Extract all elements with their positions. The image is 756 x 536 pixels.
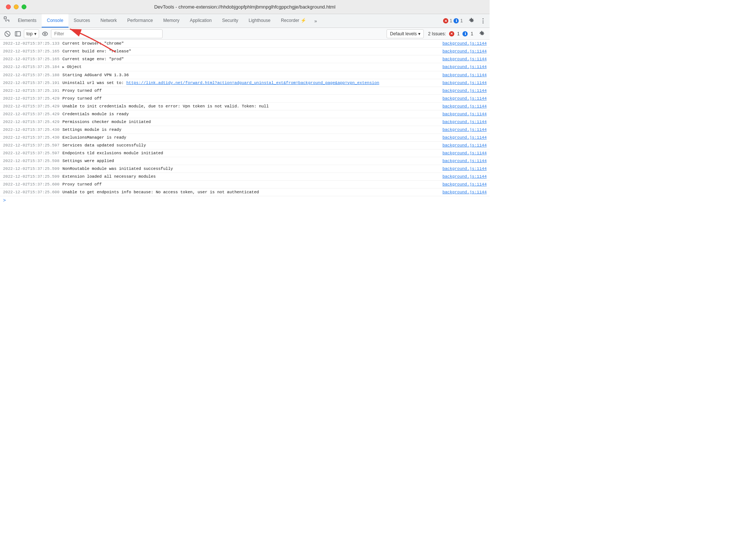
- log-timestamp: 2022-12-02T15:37:25.429: [3, 96, 60, 101]
- log-message: Extension loaded all necessary modules: [63, 174, 436, 180]
- log-message: Current build env: "release": [63, 48, 436, 54]
- tab-sources[interactable]: Sources: [68, 14, 95, 28]
- log-row: 2022-12-02T15:37:25.598Settings were app…: [0, 157, 490, 165]
- log-row: 2022-12-02T15:37:25.597Services data upd…: [0, 142, 490, 149]
- log-message: Unable to get endpoints info because: No…: [63, 189, 436, 195]
- svg-line-2: [6, 32, 9, 35]
- log-row: 2022-12-02T15:37:25.429Unable to init cr…: [0, 103, 490, 110]
- log-timestamp: 2022-12-02T15:37:25.599: [3, 174, 60, 180]
- clear-console-button[interactable]: [3, 29, 12, 38]
- issues-error-icon: ✕: [449, 31, 454, 36]
- log-row: 2022-12-02T15:37:25.429Proxy turned offb…: [0, 95, 490, 103]
- dropdown-arrow-icon: ▾: [34, 31, 36, 36]
- settings-button[interactable]: [467, 16, 477, 26]
- log-timestamp: 2022-12-02T15:37:25.191: [3, 88, 60, 94]
- error-badge[interactable]: ✕ 1 ℹ 1: [440, 18, 466, 23]
- minimize-button[interactable]: [14, 4, 19, 9]
- issues-settings-button[interactable]: [478, 29, 487, 38]
- maximize-button[interactable]: [22, 4, 26, 9]
- log-source[interactable]: background.js:1144: [442, 88, 487, 94]
- log-row: 2022-12-02T15:37:25.599Extension loaded …: [0, 173, 490, 181]
- log-source[interactable]: background.js:1144: [442, 56, 487, 62]
- log-timestamp: 2022-12-02T15:37:25.599: [3, 166, 60, 172]
- svg-point-5: [44, 33, 46, 35]
- log-message: Proxy turned off: [63, 96, 436, 101]
- log-timestamp: 2022-12-02T15:37:25.165: [3, 48, 60, 54]
- tab-recorder[interactable]: Recorder ⚡: [276, 14, 311, 28]
- log-timestamp: 2022-12-02T15:37:25.165: [3, 56, 60, 62]
- log-source[interactable]: background.js:1144: [442, 189, 487, 195]
- tab-bar: Elements Console Sources Network Perform…: [0, 14, 490, 28]
- console-output: 2022-12-02T15:37:25.133Current browser: …: [0, 40, 490, 342]
- tab-elements[interactable]: Elements: [13, 14, 42, 28]
- log-row: 2022-12-02T15:37:25.188Starting AdGuard …: [0, 71, 490, 79]
- console-prompt-icon[interactable]: >: [3, 198, 6, 203]
- log-source[interactable]: background.js:1144: [442, 80, 487, 86]
- log-message: Proxy turned off: [63, 88, 436, 94]
- log-message: ▶ Object: [63, 64, 436, 70]
- log-message: Starting AdGuard VPN 1.3.36: [63, 72, 436, 78]
- log-source[interactable]: background.js:1144: [442, 127, 487, 133]
- log-source[interactable]: background.js:1144: [442, 150, 487, 156]
- log-timestamp: 2022-12-02T15:37:25.430: [3, 135, 60, 141]
- log-timestamp: 2022-12-02T15:37:25.184: [3, 64, 60, 70]
- issues-badge[interactable]: 2 Issues: ✕ 1 ℹ 1: [425, 30, 476, 37]
- issues-warning-icon: ℹ: [462, 31, 468, 36]
- log-message: Settings were applied: [63, 158, 436, 164]
- log-timestamp: 2022-12-02T15:37:25.430: [3, 127, 60, 133]
- log-source[interactable]: background.js:1144: [442, 41, 487, 46]
- tab-security[interactable]: Security: [217, 14, 243, 28]
- tab-lighthouse[interactable]: Lighthouse: [243, 14, 276, 28]
- log-message: Settings module is ready: [63, 127, 436, 133]
- inspect-icon[interactable]: [1, 14, 12, 25]
- more-options-button[interactable]: ⋮: [478, 16, 488, 26]
- context-dropdown[interactable]: top ▾: [24, 29, 39, 38]
- log-timestamp: 2022-12-02T15:37:25.429: [3, 119, 60, 125]
- tab-network[interactable]: Network: [95, 14, 122, 28]
- log-row: 2022-12-02T15:37:25.165Current stage env…: [0, 55, 490, 63]
- log-source[interactable]: background.js:1144: [442, 111, 487, 117]
- log-source[interactable]: background.js:1144: [442, 103, 487, 109]
- tab-application[interactable]: Application: [185, 14, 217, 28]
- log-row: 2022-12-02T15:37:25.599NonRoutable modul…: [0, 165, 490, 173]
- log-source[interactable]: background.js:1144: [442, 158, 487, 164]
- tab-memory[interactable]: Memory: [158, 14, 185, 28]
- log-row: 2022-12-02T15:37:25.184▶ Objectbackgroun…: [0, 63, 490, 71]
- devtools-window: DevTools - chrome-extension://hhdobjgopf…: [0, 0, 490, 342]
- log-source[interactable]: background.js:1144: [442, 181, 487, 187]
- log-source[interactable]: background.js:1144: [442, 142, 487, 148]
- log-source[interactable]: background.js:1144: [442, 174, 487, 180]
- log-row: 2022-12-02T15:37:25.430ExclusionsManager…: [0, 134, 490, 142]
- log-timestamp: 2022-12-02T15:37:25.597: [3, 150, 60, 156]
- tab-console[interactable]: Console: [42, 14, 68, 28]
- more-tabs-button[interactable]: »: [311, 14, 320, 28]
- log-row: 2022-12-02T15:37:25.430Settings module i…: [0, 126, 490, 134]
- log-source[interactable]: background.js:1144: [442, 96, 487, 101]
- log-source[interactable]: background.js:1144: [442, 166, 487, 172]
- expand-triangle-icon[interactable]: ▶: [63, 64, 64, 70]
- log-source[interactable]: background.js:1144: [442, 64, 487, 70]
- log-timestamp: 2022-12-02T15:37:25.600: [3, 189, 60, 195]
- close-button[interactable]: [6, 4, 11, 9]
- log-row: 2022-12-02T15:37:25.597Endpoints tld exc…: [0, 149, 490, 157]
- log-timestamp: 2022-12-02T15:37:25.191: [3, 80, 60, 86]
- traffic-lights: [6, 4, 26, 9]
- log-source[interactable]: background.js:1144: [442, 119, 487, 125]
- log-timestamp: 2022-12-02T15:37:25.429: [3, 103, 60, 109]
- log-message: Unable to init credentials module, due t…: [63, 103, 436, 109]
- log-source[interactable]: background.js:1144: [442, 48, 487, 54]
- title-bar: DevTools - chrome-extension://hhdobjgopf…: [0, 0, 490, 14]
- log-row: 2022-12-02T15:37:25.429Permissions check…: [0, 118, 490, 126]
- log-link[interactable]: https://link.adtidy.net/forward.html?act…: [126, 81, 379, 85]
- log-source[interactable]: background.js:1144: [442, 135, 487, 141]
- log-timestamp: 2022-12-02T15:37:25.188: [3, 72, 60, 78]
- log-row: 2022-12-02T15:37:25.191Proxy turned offb…: [0, 87, 490, 95]
- tab-performance[interactable]: Performance: [122, 14, 158, 28]
- log-message: Proxy turned off: [63, 181, 436, 187]
- live-expressions-button[interactable]: [41, 29, 49, 38]
- log-message: Permissions checker module initiated: [63, 119, 436, 125]
- log-levels-button[interactable]: Default levels ▾: [387, 29, 423, 38]
- filter-input[interactable]: [51, 29, 163, 38]
- log-source[interactable]: background.js:1144: [442, 72, 487, 78]
- toggle-sidebar-button[interactable]: [13, 29, 22, 38]
